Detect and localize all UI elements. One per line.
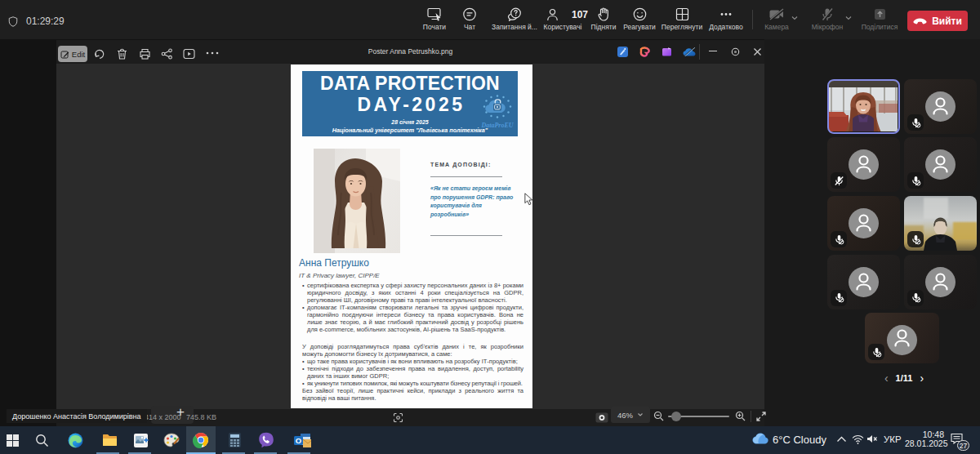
svg-text:DataProEU: DataProEU [480,122,514,129]
svg-text:O: O [295,436,301,445]
